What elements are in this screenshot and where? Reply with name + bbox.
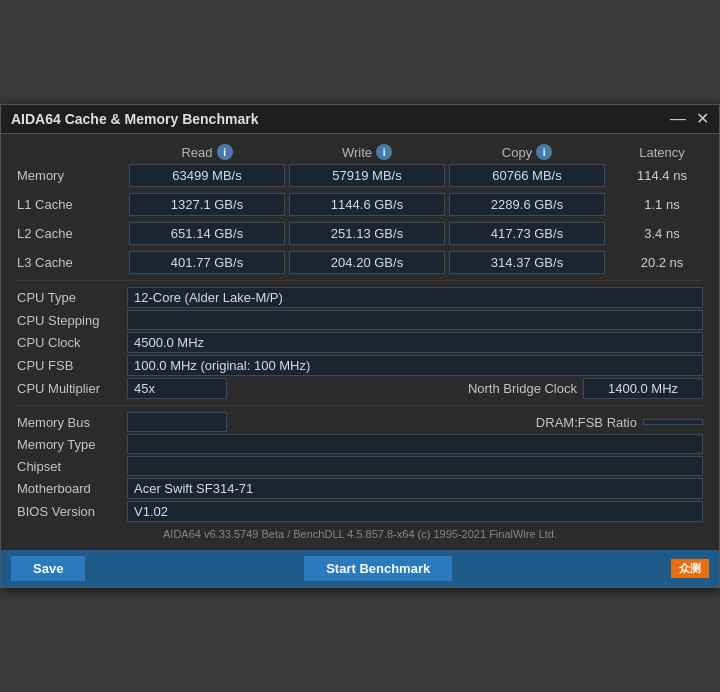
minimize-button[interactable]: —	[670, 111, 686, 127]
benchmark-rows: Memory 63499 MB/s 57919 MB/s 60766 MB/s …	[17, 164, 703, 274]
cpu-stepping-value	[127, 310, 703, 330]
title-bar: AIDA64 Cache & Memory Benchmark — ✕	[1, 105, 719, 134]
content-area: Read i Write i Copy i Latency Memory 634…	[1, 134, 719, 550]
cpu-clock-value: 4500.0 MHz	[127, 332, 703, 353]
window-controls: — ✕	[670, 111, 709, 127]
dram-fsb-value	[643, 419, 703, 425]
table-row: L2 Cache 651.14 GB/s 251.13 GB/s 417.73 …	[17, 222, 703, 245]
cpu-mult-label: CPU Multiplier	[17, 381, 127, 396]
read-value: 63499 MB/s	[129, 164, 285, 187]
start-benchmark-button[interactable]: Start Benchmark	[304, 556, 452, 581]
motherboard-label: Motherboard	[17, 481, 127, 496]
copy-value: 314.37 GB/s	[449, 251, 605, 274]
cpu-clock-row: CPU Clock 4500.0 MHz	[17, 332, 703, 353]
memory-bus-row: Memory Bus DRAM:FSB Ratio	[17, 412, 703, 432]
memory-type-value	[127, 434, 703, 454]
col-copy: Copy i	[447, 144, 607, 160]
col-latency: Latency	[607, 144, 717, 160]
cpu-mult-value: 45x	[127, 378, 227, 399]
cpu-type-label: CPU Type	[17, 290, 127, 305]
copy-value: 2289.6 GB/s	[449, 193, 605, 216]
bios-row: BIOS Version V1.02	[17, 501, 703, 522]
col-write: Write i	[287, 144, 447, 160]
cpu-type-value: 12-Core (Alder Lake-M/P)	[127, 287, 703, 308]
save-button[interactable]: Save	[11, 556, 85, 581]
latency-value: 114.4 ns	[607, 168, 717, 183]
memory-type-label: Memory Type	[17, 437, 127, 452]
cpu-stepping-label: CPU Stepping	[17, 313, 127, 328]
bios-label: BIOS Version	[17, 504, 127, 519]
separator	[17, 280, 703, 281]
col-label	[17, 144, 127, 160]
read-value: 1327.1 GB/s	[129, 193, 285, 216]
read-value: 651.14 GB/s	[129, 222, 285, 245]
col-read: Read i	[127, 144, 287, 160]
latency-value: 1.1 ns	[607, 197, 717, 212]
memory-bus-label: Memory Bus	[17, 415, 127, 430]
memory-type-row: Memory Type	[17, 434, 703, 454]
column-headers: Read i Write i Copy i Latency	[17, 144, 703, 160]
motherboard-row: Motherboard Acer Swift SF314-71	[17, 478, 703, 499]
nb-clock-label: North Bridge Clock	[468, 381, 577, 396]
copy-value: 417.73 GB/s	[449, 222, 605, 245]
row-label: Memory	[17, 168, 127, 183]
row-label: L1 Cache	[17, 197, 127, 212]
button-bar: Save Start Benchmark 众测	[1, 550, 719, 587]
cpu-fsb-value: 100.0 MHz (original: 100 MHz)	[127, 355, 703, 376]
write-value: 204.20 GB/s	[289, 251, 445, 274]
write-value: 57919 MB/s	[289, 164, 445, 187]
row-label: L3 Cache	[17, 255, 127, 270]
motherboard-value: Acer Swift SF314-71	[127, 478, 703, 499]
cpu-type-row: CPU Type 12-Core (Alder Lake-M/P)	[17, 287, 703, 308]
cpu-stepping-row: CPU Stepping	[17, 310, 703, 330]
cpu-clock-label: CPU Clock	[17, 335, 127, 350]
nb-clock-container: North Bridge Clock 1400.0 MHz	[227, 378, 703, 399]
chipset-value	[127, 456, 703, 476]
corner-label: 众测	[671, 559, 709, 578]
bios-value: V1.02	[127, 501, 703, 522]
latency-value: 20.2 ns	[607, 255, 717, 270]
copy-value: 60766 MB/s	[449, 164, 605, 187]
write-value: 1144.6 GB/s	[289, 193, 445, 216]
memory-bus-value	[127, 412, 227, 432]
cpu-info-section: CPU Type 12-Core (Alder Lake-M/P) CPU St…	[17, 287, 703, 522]
chipset-row: Chipset	[17, 456, 703, 476]
separator2	[17, 405, 703, 406]
dram-fsb-label: DRAM:FSB Ratio	[536, 415, 637, 430]
row-label: L2 Cache	[17, 226, 127, 241]
nb-clock-value: 1400.0 MHz	[583, 378, 703, 399]
latency-value: 3.4 ns	[607, 226, 717, 241]
table-row: Memory 63499 MB/s 57919 MB/s 60766 MB/s …	[17, 164, 703, 187]
read-value: 401.77 GB/s	[129, 251, 285, 274]
write-value: 251.13 GB/s	[289, 222, 445, 245]
write-info-icon[interactable]: i	[376, 144, 392, 160]
table-row: L1 Cache 1327.1 GB/s 1144.6 GB/s 2289.6 …	[17, 193, 703, 216]
cpu-fsb-row: CPU FSB 100.0 MHz (original: 100 MHz)	[17, 355, 703, 376]
window-title: AIDA64 Cache & Memory Benchmark	[11, 111, 258, 127]
read-info-icon[interactable]: i	[217, 144, 233, 160]
table-row: L3 Cache 401.77 GB/s 204.20 GB/s 314.37 …	[17, 251, 703, 274]
copy-info-icon[interactable]: i	[536, 144, 552, 160]
cpu-multiplier-row: CPU Multiplier 45x North Bridge Clock 14…	[17, 378, 703, 399]
footer-text: AIDA64 v6.33.5749 Beta / BenchDLL 4.5.85…	[17, 528, 703, 540]
close-button[interactable]: ✕	[696, 111, 709, 127]
chipset-label: Chipset	[17, 459, 127, 474]
cpu-fsb-label: CPU FSB	[17, 358, 127, 373]
dram-container: DRAM:FSB Ratio	[227, 415, 703, 430]
main-window: AIDA64 Cache & Memory Benchmark — ✕ Read…	[0, 104, 720, 588]
